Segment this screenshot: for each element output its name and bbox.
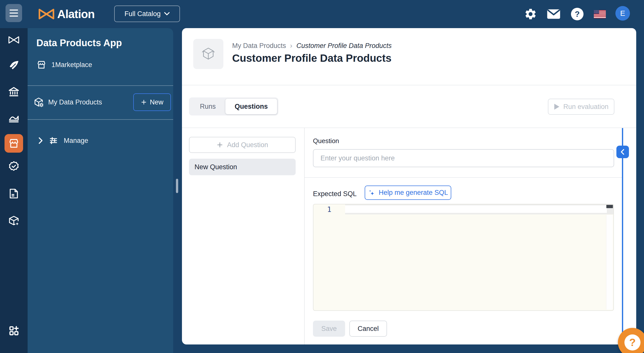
- sidebar-panel: Data Products App 1Marketplace My Data P…: [28, 28, 173, 353]
- box-gear-icon: [33, 97, 44, 108]
- hamburger-bar: [10, 10, 18, 11]
- collapse-panel-button[interactable]: [616, 146, 629, 158]
- main-content-card: My Data Products › Customer Profile Data…: [182, 28, 636, 344]
- breadcrumb-item-my-data-products[interactable]: My Data Products: [232, 42, 286, 50]
- language-flag-icon[interactable]: [593, 6, 607, 22]
- rail-item-compose[interactable]: [0, 56, 28, 75]
- divider: [304, 128, 305, 344]
- alation-bowtie-icon: [38, 8, 55, 20]
- area-chart-icon: [8, 112, 20, 124]
- sql-code-editor[interactable]: 1: [313, 204, 614, 311]
- add-question-label: Add Question: [227, 141, 268, 149]
- tab-runs[interactable]: Runs: [190, 99, 225, 114]
- breadcrumb-item-current: Customer Profile Data Products: [296, 42, 392, 50]
- help-glyph: ?: [575, 10, 580, 19]
- expected-sql-label: Expected SQL: [313, 190, 357, 198]
- rail-item-governance[interactable]: [0, 83, 28, 101]
- question-input[interactable]: [313, 149, 614, 167]
- breadcrumb: My Data Products › Customer Profile Data…: [232, 41, 392, 50]
- avatar-initial: E: [620, 9, 625, 18]
- ai-sparkle-icon: [368, 189, 375, 197]
- editor-scrollbar-track[interactable]: [606, 215, 613, 310]
- alation-logo[interactable]: Alation: [38, 0, 95, 28]
- storefront-icon: [8, 138, 20, 149]
- sliders-icon: [49, 136, 58, 145]
- sidebar-item-my-data-products[interactable]: My Data Products: [33, 91, 102, 113]
- add-question-button[interactable]: Add Question: [189, 137, 296, 153]
- rail-item-marketplace-active[interactable]: [5, 134, 23, 153]
- editor-line-number: 1: [313, 205, 345, 214]
- hamburger-bar: [10, 13, 18, 14]
- cancel-button[interactable]: Cancel: [349, 321, 387, 337]
- user-avatar[interactable]: E: [615, 6, 630, 21]
- rail-item-apps[interactable]: [0, 321, 28, 340]
- catalog-selector-dropdown[interactable]: Full Catalog: [114, 6, 180, 22]
- run-evaluation-button[interactable]: Run evaluation: [548, 99, 614, 115]
- sidebar-item-marketplace[interactable]: 1Marketplace: [36, 58, 92, 72]
- hamburger-menu-button[interactable]: [6, 4, 22, 22]
- question-list-item-selected[interactable]: New Question: [189, 159, 296, 175]
- data-product-icon-tile: [193, 39, 223, 69]
- chevron-right-icon: [38, 137, 43, 144]
- editor-active-line[interactable]: [345, 205, 607, 213]
- chevron-down-icon: [164, 12, 170, 16]
- bank-icon: [8, 86, 20, 98]
- save-button[interactable]: Save: [313, 321, 345, 337]
- rail-item-catalog[interactable]: [0, 31, 28, 49]
- run-evaluation-label: Run evaluation: [563, 103, 608, 111]
- sidebar-item-label: Manage: [64, 137, 88, 145]
- divider: [28, 85, 173, 86]
- box-sparkle-icon: [8, 215, 20, 226]
- new-data-product-button[interactable]: New: [133, 93, 171, 111]
- catalog-selector-label: Full Catalog: [124, 10, 161, 18]
- storefront-icon: [36, 60, 46, 70]
- plus-icon: [141, 99, 147, 105]
- tab-group: Runs Questions: [189, 97, 278, 115]
- help-fab-disc: ?: [624, 334, 640, 350]
- breadcrumb-separator: ›: [290, 42, 292, 50]
- help-disc: ?: [571, 8, 584, 20]
- left-icon-rail: [0, 28, 28, 353]
- rail-item-documents[interactable]: [0, 184, 28, 203]
- generate-sql-label: Help me generate SQL: [379, 189, 448, 197]
- new-button-label: New: [150, 98, 163, 106]
- apps-plus-icon: [8, 325, 20, 336]
- open-box-icon: [200, 46, 217, 62]
- divider: [182, 85, 636, 85]
- badge-check-icon: [8, 161, 20, 172]
- sidebar-scrollbar-thumb[interactable]: [176, 179, 178, 193]
- panel-resize-line[interactable]: [622, 128, 623, 353]
- rail-item-stewardship[interactable]: [0, 157, 28, 176]
- sidebar-item-label: 1Marketplace: [51, 61, 92, 69]
- settings-gear-icon[interactable]: [524, 6, 538, 22]
- tab-questions[interactable]: Questions: [225, 99, 277, 114]
- document-icon: [8, 188, 20, 199]
- sidebar-item-label: My Data Products: [48, 98, 102, 106]
- quill-icon: [8, 60, 20, 71]
- divider: [182, 128, 636, 128]
- chevron-left-icon: [620, 149, 625, 155]
- mail-icon[interactable]: [547, 6, 561, 22]
- help-icon[interactable]: ?: [570, 6, 584, 22]
- top-bar: Alation Full Catalog ? E: [0, 0, 644, 28]
- logo-text: Alation: [57, 7, 95, 21]
- sidebar-item-manage[interactable]: Manage: [38, 134, 88, 148]
- question-item-label: New Question: [195, 163, 237, 171]
- alation-bowtie-icon: [8, 36, 20, 44]
- editor-gutter: 1: [313, 204, 345, 310]
- question-field-label: Question: [313, 137, 339, 145]
- sidebar-title: Data Products App: [36, 38, 122, 48]
- divider: [305, 177, 622, 178]
- play-icon: [554, 103, 560, 110]
- hamburger-bar: [10, 16, 18, 17]
- help-fab-glyph: ?: [629, 336, 636, 348]
- rail-item-data-products[interactable]: [0, 211, 28, 230]
- divider: [28, 119, 173, 120]
- page-title: Customer Profile Data Products: [232, 52, 392, 64]
- rail-item-analytics[interactable]: [0, 109, 28, 128]
- editor-scrollbar-corner: [606, 205, 613, 208]
- plus-icon: [217, 142, 223, 148]
- generate-sql-button[interactable]: Help me generate SQL: [365, 186, 451, 200]
